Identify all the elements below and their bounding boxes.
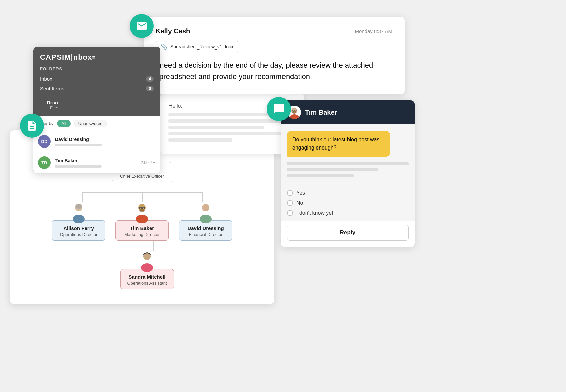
- tim-svg: [131, 202, 153, 224]
- chat-options: Yes No I don't know yet: [281, 185, 415, 221]
- inbox-logo: CAPSIM|nbox≡: [40, 53, 154, 62]
- option-dontknow-row[interactable]: I don't know yet: [287, 208, 409, 218]
- chat-header: Tim Baker: [281, 100, 415, 124]
- inbox-count-badge: 4: [146, 76, 154, 82]
- inbox-panel: CAPSIM|nbox≡ Folders Inbox 4 Sent Items …: [33, 47, 160, 173]
- option-dontknow-label: I don't know yet: [296, 210, 333, 216]
- v-drop-assistant: [153, 241, 154, 251]
- assistant-name: Sandra Mitchell: [127, 274, 167, 280]
- ceo-title: Chief Executive Officer: [118, 174, 166, 179]
- marketing-name: Tim Baker: [122, 225, 162, 231]
- svg-point-18: [141, 263, 153, 272]
- operations-title: Operations Director: [58, 232, 99, 237]
- drive-section: Drive Files: [40, 96, 154, 113]
- chat-reply-lines: [287, 162, 409, 177]
- v-drop-mid: [142, 192, 143, 202]
- sent-folder-name: Sent Items: [40, 86, 64, 91]
- email-line-5: [168, 138, 232, 142]
- radio-yes[interactable]: [287, 190, 293, 196]
- folders-label: Folders: [40, 66, 154, 71]
- operations-avatar: [68, 202, 89, 224]
- financial-title: Financial Director: [185, 232, 226, 237]
- financial-node: David Dressing Financial Director: [179, 202, 232, 241]
- email-float-icon: [130, 14, 154, 38]
- directors-connector-area: [20, 192, 264, 202]
- chat-header-name: Tim Baker: [305, 109, 337, 116]
- filter-all-button[interactable]: All: [57, 120, 70, 127]
- option-no-row[interactable]: No: [287, 198, 409, 208]
- chat-line-3: [287, 174, 354, 177]
- inbox-item-time: 2:00 PM: [141, 160, 156, 165]
- drive-label: Drive: [47, 100, 147, 105]
- assistant-node: Sandra Mitchell Operations Assistant: [120, 251, 174, 289]
- envelope-icon: [136, 20, 148, 32]
- clip-icon: 📎: [161, 43, 167, 50]
- avatar-tb: TB: [38, 156, 51, 169]
- inbox-list: DD David Dressing TB Tim Baker 2:00 PM: [33, 131, 160, 173]
- v-drop-left: [82, 192, 83, 202]
- inbox-item-preview: [55, 165, 102, 168]
- financial-name: David Dressing: [185, 225, 226, 231]
- reply-button[interactable]: Reply: [287, 225, 409, 241]
- chat-card: Tim Baker Do you think our latest blog p…: [281, 100, 415, 247]
- assistant-connector-row: [130, 241, 154, 251]
- document-icon: [26, 120, 38, 132]
- sent-count-badge: 0: [146, 86, 154, 91]
- filter-unanswered-button[interactable]: Unanswered: [74, 120, 107, 127]
- option-yes-row[interactable]: Yes: [287, 188, 409, 198]
- chat-bubble-icon: [273, 103, 285, 115]
- files-label: Files: [47, 105, 147, 110]
- option-no-label: No: [296, 200, 303, 206]
- attachment-filename: Spreadsheet_Review_v1.docx: [170, 44, 233, 50]
- operations-name: Allison Ferry: [58, 225, 99, 231]
- inbox-item-info: David Dressing: [55, 137, 156, 146]
- inbox-item-info: Tim Baker: [55, 158, 137, 168]
- inbox-top: CAPSIM|nbox≡ Folders Inbox 4 Sent Items …: [33, 47, 160, 116]
- inbox-folder-name: Inbox: [40, 76, 52, 82]
- financial-avatar: [195, 202, 216, 224]
- operations-node: Allison Ferry Operations Director: [52, 202, 105, 241]
- sent-folder-row[interactable]: Sent Items 0: [40, 84, 154, 93]
- v-connector-ceo: [142, 182, 142, 192]
- email-line-3: [168, 126, 264, 129]
- email-sender: Kelly Cash: [156, 27, 190, 35]
- svg-point-8: [136, 215, 148, 223]
- radio-dontknow[interactable]: [287, 210, 293, 216]
- directors-row: Allison Ferry Operations Director: [52, 202, 232, 241]
- svg-point-21: [290, 114, 299, 119]
- chat-body: Do you think our latest blog post was en…: [281, 124, 415, 185]
- inbox-item-name: Tim Baker: [55, 158, 137, 163]
- filter-bar: Filter by All Unanswered: [33, 116, 160, 131]
- chat-float-icon: [267, 97, 291, 121]
- svg-point-4: [73, 215, 85, 223]
- assistant-title: Operations Assistant: [127, 281, 167, 286]
- email-time: Monday 8:37 AM: [355, 28, 392, 34]
- sandra-svg: [136, 251, 158, 272]
- svg-point-15: [200, 215, 212, 223]
- option-yes-label: Yes: [296, 190, 305, 196]
- inbox-folder-row[interactable]: Inbox 4: [40, 74, 154, 84]
- v-drop-right: [202, 192, 203, 202]
- email-header: Kelly Cash Monday 8:37 AM: [156, 27, 392, 35]
- marketing-node: Tim Baker Marketing Director: [115, 202, 169, 241]
- allison-svg: [68, 202, 89, 224]
- marketing-title: Marketing Director: [122, 232, 162, 237]
- email-body-text: I need a decision by the end of the day,…: [156, 60, 392, 82]
- email-line-4: [168, 132, 296, 135]
- inbox-item-name: David Dressing: [55, 137, 156, 142]
- david-svg: [195, 202, 216, 224]
- svg-point-16: [203, 204, 208, 210]
- svg-point-6: [75, 204, 82, 209]
- marketing-avatar: [131, 202, 153, 224]
- email-attachment[interactable]: 📎 Spreadsheet_Review_v1.docx: [156, 41, 238, 52]
- list-item[interactable]: TB Tim Baker 2:00 PM: [33, 152, 160, 173]
- radio-no[interactable]: [287, 200, 293, 206]
- email-card: Kelly Cash Monday 8:37 AM 📎 Spreadsheet_…: [144, 17, 405, 94]
- assistant-avatar: [136, 251, 158, 272]
- chat-line-2: [287, 168, 378, 171]
- inbox-divider: [40, 95, 154, 95]
- doc-float-icon: [20, 114, 44, 138]
- assistant-row: Sandra Mitchell Operations Assistant: [110, 251, 174, 289]
- chat-line-1: [287, 162, 409, 165]
- list-item[interactable]: DD David Dressing: [33, 131, 160, 152]
